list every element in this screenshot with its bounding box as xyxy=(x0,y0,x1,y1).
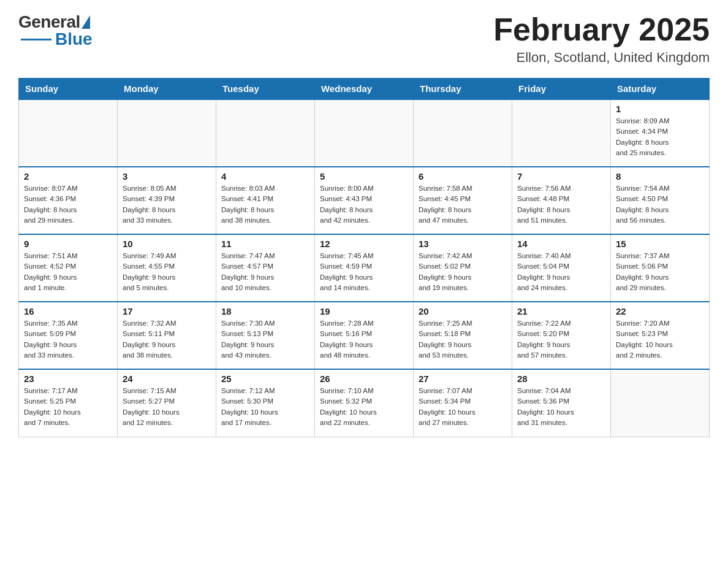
calendar-cell: 20Sunrise: 7:25 AMSunset: 5:18 PMDayligh… xyxy=(414,302,512,369)
location-text: Ellon, Scotland, United Kingdom xyxy=(493,50,710,66)
calendar-cell: 19Sunrise: 7:28 AMSunset: 5:16 PMDayligh… xyxy=(315,302,414,369)
calendar-cell: 13Sunrise: 7:42 AMSunset: 5:02 PMDayligh… xyxy=(414,234,512,302)
calendar-cell: 12Sunrise: 7:45 AMSunset: 4:59 PMDayligh… xyxy=(315,234,414,302)
day-number: 24 xyxy=(123,373,211,384)
day-header-tuesday: Tuesday xyxy=(216,79,315,100)
calendar-cell: 6Sunrise: 7:58 AMSunset: 4:45 PMDaylight… xyxy=(414,167,512,234)
day-info: Sunrise: 7:07 AMSunset: 5:34 PMDaylight:… xyxy=(419,386,507,428)
day-header-monday: Monday xyxy=(118,79,216,100)
calendar-cell: 28Sunrise: 7:04 AMSunset: 5:36 PMDayligh… xyxy=(512,369,611,437)
day-number: 19 xyxy=(320,306,408,316)
day-number: 2 xyxy=(24,171,112,182)
day-info: Sunrise: 7:12 AMSunset: 5:30 PMDaylight:… xyxy=(221,386,309,428)
day-info: Sunrise: 7:25 AMSunset: 5:18 PMDaylight:… xyxy=(419,318,507,361)
day-header-thursday: Thursday xyxy=(414,79,512,100)
day-number: 16 xyxy=(24,306,112,316)
logo-blue-text: Blue xyxy=(55,29,93,49)
day-number: 23 xyxy=(24,373,112,384)
day-number: 18 xyxy=(221,306,309,316)
day-number: 25 xyxy=(221,373,309,384)
day-number: 27 xyxy=(419,373,507,384)
day-info: Sunrise: 8:00 AMSunset: 4:43 PMDaylight:… xyxy=(320,183,408,226)
day-number: 4 xyxy=(221,171,309,182)
calendar-cell: 27Sunrise: 7:07 AMSunset: 5:34 PMDayligh… xyxy=(414,369,512,437)
day-info: Sunrise: 7:45 AMSunset: 4:59 PMDaylight:… xyxy=(320,251,408,293)
day-info: Sunrise: 7:58 AMSunset: 4:45 PMDaylight:… xyxy=(419,183,507,226)
calendar-cell: 24Sunrise: 7:15 AMSunset: 5:27 PMDayligh… xyxy=(118,369,216,437)
calendar-cell: 26Sunrise: 7:10 AMSunset: 5:32 PMDayligh… xyxy=(315,369,414,437)
day-info: Sunrise: 7:17 AMSunset: 5:25 PMDaylight:… xyxy=(24,386,112,428)
calendar-cell: 25Sunrise: 7:12 AMSunset: 5:30 PMDayligh… xyxy=(216,369,315,437)
day-number: 22 xyxy=(616,306,704,316)
calendar-cell xyxy=(118,99,216,167)
day-number: 3 xyxy=(123,171,211,182)
calendar-cell: 22Sunrise: 7:20 AMSunset: 5:23 PMDayligh… xyxy=(611,302,710,369)
day-info: Sunrise: 8:07 AMSunset: 4:36 PMDaylight:… xyxy=(24,183,112,226)
day-number: 7 xyxy=(517,171,605,182)
day-info: Sunrise: 8:05 AMSunset: 4:39 PMDaylight:… xyxy=(123,183,211,226)
day-number: 5 xyxy=(320,171,408,182)
day-header-sunday: Sunday xyxy=(19,79,118,100)
day-number: 11 xyxy=(221,239,309,249)
calendar-cell: 14Sunrise: 7:40 AMSunset: 5:04 PMDayligh… xyxy=(512,234,611,302)
calendar-cell: 8Sunrise: 7:54 AMSunset: 4:50 PMDaylight… xyxy=(611,167,710,234)
day-number: 8 xyxy=(616,171,704,182)
day-number: 1 xyxy=(616,104,704,114)
calendar-cell xyxy=(414,99,512,167)
day-number: 9 xyxy=(24,239,112,249)
calendar-cell: 23Sunrise: 7:17 AMSunset: 5:25 PMDayligh… xyxy=(19,369,118,437)
day-header-wednesday: Wednesday xyxy=(315,79,414,100)
day-info: Sunrise: 7:37 AMSunset: 5:06 PMDaylight:… xyxy=(616,251,704,293)
day-number: 10 xyxy=(123,239,211,249)
calendar-header-row: SundayMondayTuesdayWednesdayThursdayFrid… xyxy=(19,79,710,100)
day-header-friday: Friday xyxy=(512,79,611,100)
week-row-5: 23Sunrise: 7:17 AMSunset: 5:25 PMDayligh… xyxy=(19,369,710,437)
day-info: Sunrise: 7:28 AMSunset: 5:16 PMDaylight:… xyxy=(320,318,408,361)
calendar-cell: 2Sunrise: 8:07 AMSunset: 4:36 PMDaylight… xyxy=(19,167,118,234)
calendar-cell: 11Sunrise: 7:47 AMSunset: 4:57 PMDayligh… xyxy=(216,234,315,302)
day-info: Sunrise: 7:20 AMSunset: 5:23 PMDaylight:… xyxy=(616,318,704,361)
calendar-cell xyxy=(512,99,611,167)
calendar-cell: 21Sunrise: 7:22 AMSunset: 5:20 PMDayligh… xyxy=(512,302,611,369)
day-number: 13 xyxy=(419,239,507,249)
calendar-cell: 15Sunrise: 7:37 AMSunset: 5:06 PMDayligh… xyxy=(611,234,710,302)
day-number: 20 xyxy=(419,306,507,316)
calendar-cell xyxy=(19,99,118,167)
calendar-cell xyxy=(611,369,710,437)
week-row-3: 9Sunrise: 7:51 AMSunset: 4:52 PMDaylight… xyxy=(19,234,710,302)
day-info: Sunrise: 7:35 AMSunset: 5:09 PMDaylight:… xyxy=(24,318,112,361)
calendar-cell: 16Sunrise: 7:35 AMSunset: 5:09 PMDayligh… xyxy=(19,302,118,369)
calendar-cell: 3Sunrise: 8:05 AMSunset: 4:39 PMDaylight… xyxy=(118,167,216,234)
day-info: Sunrise: 7:54 AMSunset: 4:50 PMDaylight:… xyxy=(616,183,704,226)
day-number: 17 xyxy=(123,306,211,316)
calendar-table: SundayMondayTuesdayWednesdayThursdayFrid… xyxy=(18,78,710,437)
day-info: Sunrise: 7:15 AMSunset: 5:27 PMDaylight:… xyxy=(123,386,211,428)
calendar-cell: 10Sunrise: 7:49 AMSunset: 4:55 PMDayligh… xyxy=(118,234,216,302)
calendar-cell: 1Sunrise: 8:09 AMSunset: 4:34 PMDaylight… xyxy=(611,99,710,167)
week-row-4: 16Sunrise: 7:35 AMSunset: 5:09 PMDayligh… xyxy=(19,302,710,369)
calendar-cell: 4Sunrise: 8:03 AMSunset: 4:41 PMDaylight… xyxy=(216,167,315,234)
day-info: Sunrise: 7:42 AMSunset: 5:02 PMDaylight:… xyxy=(419,251,507,293)
day-info: Sunrise: 7:10 AMSunset: 5:32 PMDaylight:… xyxy=(320,386,408,428)
day-info: Sunrise: 7:22 AMSunset: 5:20 PMDaylight:… xyxy=(517,318,605,361)
logo-triangle-icon xyxy=(82,15,90,29)
day-number: 6 xyxy=(419,171,507,182)
day-info: Sunrise: 7:04 AMSunset: 5:36 PMDaylight:… xyxy=(517,386,605,428)
day-info: Sunrise: 7:32 AMSunset: 5:11 PMDaylight:… xyxy=(123,318,211,361)
calendar-cell xyxy=(216,99,315,167)
day-info: Sunrise: 7:47 AMSunset: 4:57 PMDaylight:… xyxy=(221,251,309,293)
day-info: Sunrise: 8:03 AMSunset: 4:41 PMDaylight:… xyxy=(221,183,309,226)
week-row-1: 1Sunrise: 8:09 AMSunset: 4:34 PMDaylight… xyxy=(19,99,710,167)
calendar-cell: 9Sunrise: 7:51 AMSunset: 4:52 PMDaylight… xyxy=(19,234,118,302)
calendar-cell: 5Sunrise: 8:00 AMSunset: 4:43 PMDaylight… xyxy=(315,167,414,234)
day-number: 26 xyxy=(320,373,408,384)
logo: General Blue xyxy=(18,12,93,49)
day-number: 14 xyxy=(517,239,605,249)
day-info: Sunrise: 7:40 AMSunset: 5:04 PMDaylight:… xyxy=(517,251,605,293)
day-number: 15 xyxy=(616,239,704,249)
day-info: Sunrise: 7:56 AMSunset: 4:48 PMDaylight:… xyxy=(517,183,605,226)
month-title: February 2025 xyxy=(493,12,710,47)
day-info: Sunrise: 7:30 AMSunset: 5:13 PMDaylight:… xyxy=(221,318,309,361)
calendar-cell xyxy=(315,99,414,167)
title-block: February 2025 Ellon, Scotland, United Ki… xyxy=(493,12,710,66)
